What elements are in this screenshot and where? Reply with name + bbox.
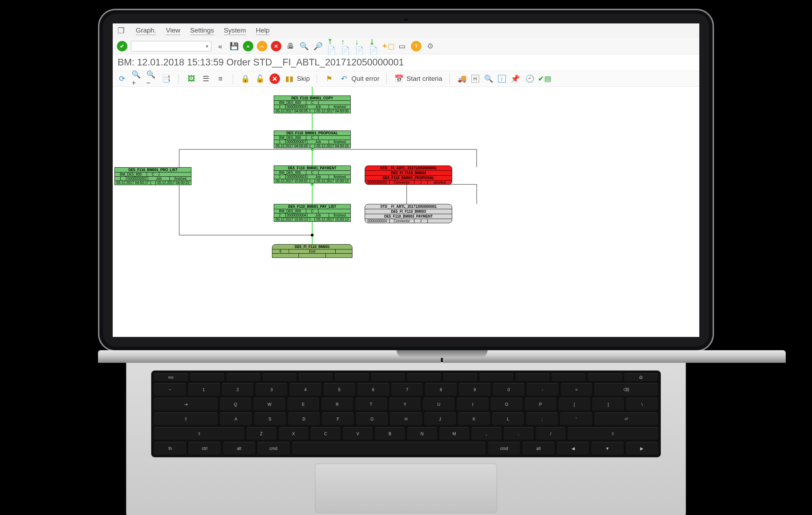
find-icon[interactable]: 🔍 <box>299 41 309 51</box>
menu-bar: ❐ Graph. View Settings System Help <box>113 23 699 38</box>
next-page-icon[interactable]: ↓📄 <box>355 41 365 51</box>
svg-point-9 <box>311 183 314 186</box>
webcam <box>402 18 410 21</box>
prev-page-icon[interactable]: ↑📄 <box>341 41 351 51</box>
start-criteria-button[interactable]: 📅Start criteria <box>394 73 442 84</box>
history-icon[interactable]: H <box>471 75 479 83</box>
flag-icon[interactable]: ⚑ <box>324 73 335 84</box>
legend-icon[interactable]: 📑 <box>161 73 172 84</box>
menu-help[interactable]: Help <box>256 27 270 35</box>
node-proposal[interactable]: DE5_F110_BM001_PROPOSAL BM_DE5_800C 1000… <box>274 130 351 148</box>
chevron-down-icon: ▾ <box>206 43 208 49</box>
info-icon[interactable]: i <box>498 75 506 83</box>
help-round-icon[interactable]: ? <box>411 41 421 51</box>
node-title: STD__FI_ABTL_201712050000001 <box>365 166 452 171</box>
screen-outer: ❐ Graph. View Settings System Help ✔ ▾ «… <box>98 9 714 352</box>
print-icon[interactable]: 🖶 <box>285 41 295 51</box>
svg-point-10 <box>311 234 314 237</box>
separator <box>449 73 450 84</box>
node-title: DE5_F110_BM001_PROPOSAL <box>274 131 350 136</box>
clock-icon[interactable]: 🕘 <box>525 73 535 84</box>
node-end[interactable]: DE5_FI_F110_BM001 6End <box>272 244 352 258</box>
separator <box>233 73 233 84</box>
settings-gear-icon[interactable]: ⚙ <box>425 41 435 51</box>
calendar-icon: 📅 <box>394 73 404 84</box>
separator <box>386 73 387 84</box>
layout-icon[interactable]: ▭ <box>397 41 407 51</box>
laptop-frame: ❐ Graph. View Settings System Help ✔ ▾ «… <box>98 9 714 515</box>
stop-icon[interactable]: ✕ <box>270 73 280 84</box>
menu-system[interactable]: System <box>224 27 246 35</box>
menu-settings[interactable]: Settings <box>190 27 214 35</box>
start-criteria-label: Start criteria <box>406 75 442 83</box>
skip-icon: ▮▮ <box>284 73 295 84</box>
node-subtitle2: DE5_F110_BM003_PROPOSAL <box>365 176 452 181</box>
search-doc-icon[interactable]: 🔍 <box>483 73 494 84</box>
primary-toolbar: ✔ ▾ « 💾 « ︿ ✕ 🖶 🔍 🔎 ⤒📄 ↑📄 ↓📄 ⤓📄 <box>113 38 699 54</box>
svg-point-8 <box>311 148 314 151</box>
laptop-deck: esc⏻ ~1234567890-=⌫ ⇥QWERTYUIOP[]\ ⇪ASDF… <box>126 362 686 515</box>
truck-icon[interactable]: 🚚 <box>457 73 467 84</box>
separator <box>317 73 317 84</box>
pin-icon[interactable]: 📌 <box>510 73 520 84</box>
zoom-in-icon[interactable]: 🔍+ <box>132 73 142 84</box>
menu-view[interactable]: View <box>166 27 180 35</box>
quit-error-label: Quit error <box>351 75 379 83</box>
node-title: DE5_FI_F110_BM001 <box>272 245 352 249</box>
skip-label: Skip <box>297 75 310 83</box>
separator <box>178 73 179 84</box>
align-left-icon[interactable]: ☰ <box>201 73 211 84</box>
cancel-round-icon[interactable]: ✕ <box>271 41 281 51</box>
node-copy[interactable]: DE5_F110_BM001_COPY BM_DE5_800C 10000000… <box>274 96 351 113</box>
save-icon[interactable]: 💾 <box>229 41 239 51</box>
accept-icon[interactable]: ✔ <box>117 41 127 51</box>
screen-bezel: ❐ Graph. View Settings System Help ✔ ▾ «… <box>103 14 709 347</box>
undo-icon: ↶ <box>339 73 349 84</box>
app-logo-icon: ❐ <box>118 26 125 35</box>
palette-icon[interactable]: 🖼 <box>186 73 196 84</box>
skip-button[interactable]: ▮▮Skip <box>284 73 310 84</box>
node-subtitle2: DE5_F110_BM003_PAYMENT <box>365 214 452 219</box>
align-center-icon[interactable]: ≡ <box>215 73 226 84</box>
quit-error-button[interactable]: ↶Quit error <box>339 73 379 84</box>
keyboard: esc⏻ ~1234567890-=⌫ ⇥QWERTYUIOP[]\ ⇪ASDF… <box>151 371 661 457</box>
diagram-canvas[interactable]: DE5_F110_BM001_COPY BM_DE5_800C 10000000… <box>113 87 699 337</box>
refresh-icon[interactable]: ⟳ <box>117 73 127 84</box>
first-page-icon[interactable]: ⤒📄 <box>327 41 337 51</box>
node-subtitle: DE5_FI_F110_BM003 <box>365 209 452 214</box>
back-round-icon[interactable]: « <box>243 41 253 51</box>
breadcrumb-title: BM: 12.01.2018 15:13:59 Order STD__FI_AB… <box>113 54 699 71</box>
laptop-hinge <box>98 350 786 363</box>
node-title: DE5_F110_BM001_PRO_LIST <box>115 168 191 172</box>
check-doc-icon[interactable]: ✔▤ <box>539 73 550 84</box>
command-combo[interactable]: ▾ <box>131 41 211 51</box>
up-round-icon[interactable]: ︿ <box>257 41 267 51</box>
lock-icon[interactable]: 🔒 <box>240 73 251 84</box>
zoom-out-icon[interactable]: 🔍− <box>146 73 157 84</box>
node-payment[interactable]: DE5_F110_BM001_PAYMENT BM_DE5_800C 10000… <box>274 165 351 183</box>
find-next-icon[interactable]: 🔎 <box>313 41 323 51</box>
collapse-icon[interactable]: « <box>215 41 225 51</box>
node-subtitle: DE5_FI_F110_BM003 <box>365 171 452 176</box>
menu-graph[interactable]: Graph. <box>136 27 156 35</box>
node-title: DE5_F110_BM001_PAY_LIST <box>274 204 350 209</box>
node-connector-aborted[interactable]: STD__FI_ABTL_201712050000001 DE5_FI_F110… <box>365 165 452 185</box>
node-title: DE5_F110_BM001_PAYMENT <box>274 166 350 171</box>
node-pro-list[interactable]: DE5_F110_BM001_PRO_LIST BM_DE5_800C 1000… <box>114 167 191 185</box>
application-window: ❐ Graph. View Settings System Help ✔ ▾ «… <box>113 23 699 337</box>
new-session-icon[interactable]: ✦▢ <box>383 41 393 51</box>
last-page-icon[interactable]: ⤓📄 <box>369 41 379 51</box>
secondary-toolbar: ⟳ 🔍+ 🔍− 📑 🖼 ☰ ≡ 🔒 🔓 ✕ ▮▮Skip <box>113 71 699 87</box>
screen-black: ❐ Graph. View Settings System Help ✔ ▾ «… <box>99 10 713 350</box>
node-connector-pending[interactable]: STD__FI_ABTL_201712050000001 DE5_FI_F110… <box>365 204 452 223</box>
node-title: DE5_F110_BM001_COPY <box>274 96 350 101</box>
unlock-icon[interactable]: 🔓 <box>255 73 265 84</box>
trackpad <box>315 464 497 513</box>
node-pay-list[interactable]: DE5_F110_BM001_PAY_LIST BM_DE5_800C 2000… <box>274 204 351 222</box>
node-title: STD__FI_ABTL_201712050000001 <box>365 204 452 209</box>
